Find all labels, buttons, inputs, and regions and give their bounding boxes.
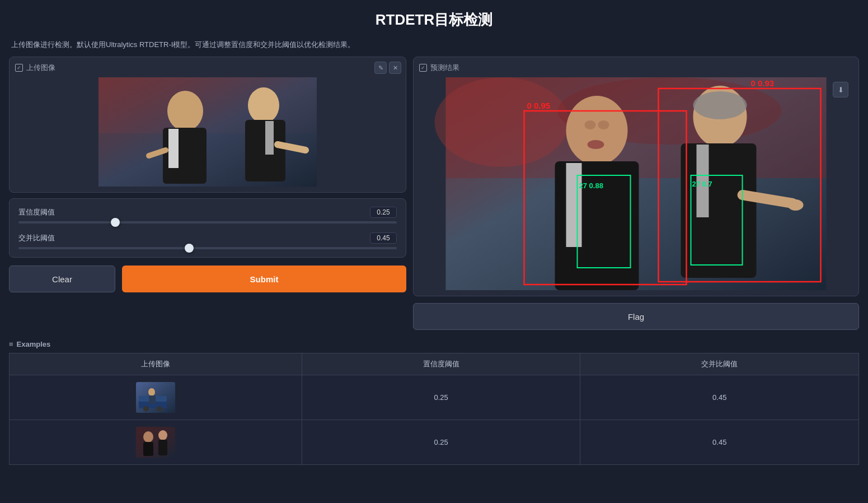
iou-label-row: 交并比阈值 0.45 <box>18 232 397 244</box>
confidence-value: 0.25 <box>370 207 397 218</box>
svg-rect-47 <box>143 442 153 456</box>
result-section: ✓ 预测结果 <box>413 57 859 296</box>
svg-point-21 <box>588 140 604 149</box>
main-content: ✓ 上传图像 <box>0 57 868 330</box>
col-header-confidence: 置信度阈值 <box>302 353 580 375</box>
svg-point-16 <box>566 96 628 165</box>
page-subtitle: 上传图像进行检测。默认使用Ultralytics RTDETR-I模型。可通过调… <box>0 35 868 57</box>
svg-point-18 <box>598 120 609 129</box>
iou-value: 0.45 <box>370 232 397 244</box>
confidence-slider[interactable] <box>18 221 397 223</box>
iou-slider-row: 交并比阈值 0.45 <box>18 232 397 249</box>
upload-section-icon: ✓ <box>15 64 23 72</box>
examples-label: Examples <box>17 340 51 348</box>
table-row[interactable]: 0.25 0.45 <box>10 420 859 465</box>
svg-text:0  0.93: 0 0.93 <box>751 78 775 88</box>
action-buttons: Clear Submit <box>9 266 406 292</box>
svg-rect-43 <box>149 395 156 404</box>
examples-header: ≡ Examples <box>9 340 859 348</box>
table-row[interactable]: 0.25 0.45 <box>10 375 859 420</box>
upload-label: 上传图像 <box>26 63 55 73</box>
examples-table-body: 0.25 0.45 <box>10 375 859 465</box>
result-image-area: 0 0.95 0 0.93 27 0.88 27 0.7 ⬇ <box>419 77 853 290</box>
svg-text:27  0.7: 27 0.7 <box>692 180 712 188</box>
submit-button[interactable]: Submit <box>122 266 406 292</box>
svg-point-46 <box>143 431 153 443</box>
col-header-image: 上传图像 <box>10 353 302 375</box>
svg-point-27 <box>788 199 804 211</box>
examples-table: 上传图像 置信度阈值 交并比阈值 <box>9 353 859 465</box>
svg-rect-24 <box>681 143 757 278</box>
upload-area[interactable] <box>15 77 400 187</box>
iou-slider-wrapper <box>18 247 397 249</box>
confidence-label-row: 置信度阈值 0.25 <box>18 207 397 218</box>
svg-text:27  0.88: 27 0.88 <box>579 181 603 190</box>
svg-text:0  0.95: 0 0.95 <box>527 101 551 110</box>
upload-header: ✓ 上传图像 <box>15 63 400 73</box>
page-title: RTDETR目标检测 <box>0 0 868 35</box>
flag-button[interactable]: Flag <box>413 303 859 330</box>
svg-point-3 <box>167 91 203 131</box>
upload-section: ✓ 上传图像 <box>9 57 406 193</box>
svg-point-48 <box>158 430 167 440</box>
examples-section: ≡ Examples 上传图像 置信度阈值 交并比阈值 <box>0 334 868 471</box>
svg-point-40 <box>143 406 149 412</box>
slider-section: 置信度阈值 0.25 交并比阈值 0.45 <box>9 198 406 258</box>
examples-table-head: 上传图像 置信度阈值 交并比阈值 <box>10 353 859 375</box>
example-image-cell-2[interactable] <box>10 420 302 465</box>
examples-menu-icon: ≡ <box>9 340 13 348</box>
example-thumb-1 <box>136 382 175 413</box>
example-image-cell-1[interactable] <box>10 375 302 420</box>
svg-point-14 <box>435 77 569 167</box>
confidence-label: 置信度阈值 <box>18 207 55 217</box>
close-image-button[interactable]: ✕ <box>389 62 401 74</box>
svg-rect-5 <box>168 129 179 168</box>
example-iou-1: 0.45 <box>580 375 859 420</box>
svg-point-41 <box>157 406 162 412</box>
right-panel: ✓ 预测结果 <box>413 57 859 330</box>
result-section-icon: ✓ <box>419 64 427 72</box>
example-confidence-2: 0.25 <box>302 420 580 465</box>
result-image: 0 0.95 0 0.93 27 0.88 27 0.7 <box>419 77 853 290</box>
download-button[interactable]: ⬇ <box>833 82 848 97</box>
svg-rect-49 <box>158 440 167 455</box>
image-action-buttons: ✎ ✕ <box>374 62 401 74</box>
svg-point-17 <box>585 120 596 129</box>
svg-point-6 <box>248 87 279 123</box>
example-thumb-2 <box>136 427 175 458</box>
svg-rect-45 <box>136 427 175 458</box>
svg-point-42 <box>148 388 155 396</box>
left-panel: ✓ 上传图像 <box>9 57 406 330</box>
confidence-slider-wrapper <box>18 221 397 223</box>
svg-point-23 <box>693 91 747 119</box>
iou-label: 交并比阈值 <box>18 233 55 243</box>
examples-table-header-row: 上传图像 置信度阈值 交并比阈值 <box>10 353 859 375</box>
result-header: ✓ 预测结果 <box>419 63 853 73</box>
clear-button[interactable]: Clear <box>9 266 115 292</box>
col-header-iou: 交并比阈值 <box>580 353 859 375</box>
iou-slider[interactable] <box>18 247 397 249</box>
example-iou-2: 0.45 <box>580 420 859 465</box>
example-confidence-1: 0.25 <box>302 375 580 420</box>
result-label: 预测结果 <box>430 63 459 73</box>
uploaded-image <box>98 77 317 187</box>
svg-rect-8 <box>265 121 274 155</box>
confidence-slider-row: 置信度阈值 0.25 <box>18 207 397 223</box>
edit-image-button[interactable]: ✎ <box>374 62 387 74</box>
